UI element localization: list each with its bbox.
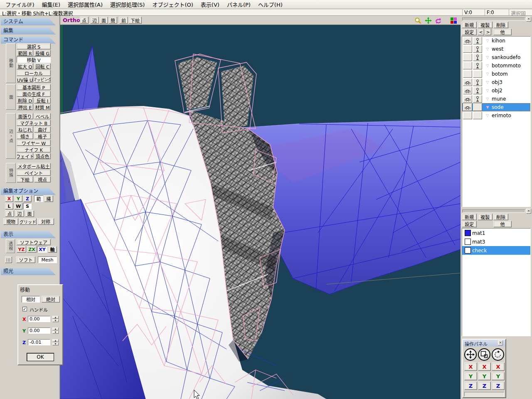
opt-rope-toggle[interactable]: 縄 xyxy=(44,195,53,202)
display-software-button[interactable]: ソフトウェア xyxy=(17,239,51,245)
x-value-field[interactable]: 0.00 xyxy=(28,316,50,322)
show-points-button[interactable]: 点 xyxy=(80,17,89,24)
opt-edge-toggle[interactable]: 辺 xyxy=(15,210,24,217)
cmd-primitive-button[interactable]: 基本図形 P xyxy=(17,84,51,90)
opt-y-toggle[interactable]: Y xyxy=(14,195,22,202)
absolute-button[interactable]: 絶対 xyxy=(42,296,60,303)
cmd-rotate-button[interactable]: 回転 C xyxy=(34,63,51,69)
opt-z-toggle[interactable]: Z xyxy=(23,195,32,202)
object-row[interactable]: ▽west xyxy=(462,45,530,53)
simple-display-button[interactable]: 簡 xyxy=(108,17,117,24)
menu-help[interactable]: ヘルプ(H) xyxy=(254,0,286,9)
visibility-eye-icon[interactable] xyxy=(463,62,472,69)
op-move-y-button[interactable]: Y xyxy=(464,372,477,380)
cmd-metaball-button[interactable]: メタボール粘土 xyxy=(17,163,51,169)
object-name[interactable]: mune xyxy=(492,96,506,102)
menu-file[interactable]: ファイル(F) xyxy=(2,0,38,9)
header-command[interactable]: コマンド xyxy=(1,37,56,44)
object-row[interactable]: ▽mune xyxy=(462,95,530,103)
material-row[interactable]: mat3 xyxy=(462,237,530,246)
lock-pin-icon[interactable] xyxy=(473,62,482,69)
cmd-twist-button[interactable]: ねじれ xyxy=(17,126,33,133)
material-swatch[interactable] xyxy=(465,230,471,236)
display-mesh-button[interactable]: Mesh xyxy=(38,256,57,263)
object-name[interactable]: obj3 xyxy=(492,79,502,85)
opt-x-toggle[interactable]: X xyxy=(5,195,13,202)
object-row-selected[interactable]: ▼sode xyxy=(462,103,530,111)
rotate-view-icon[interactable] xyxy=(435,17,442,24)
x-spin-down[interactable]: ▼ xyxy=(52,319,59,322)
cmd-viewpoint-button[interactable]: 視点 xyxy=(34,176,51,182)
lock-pin-icon[interactable] xyxy=(473,103,482,111)
expand-triangle-icon[interactable]: ▽ xyxy=(485,47,490,51)
object-panel-close-icon[interactable]: × xyxy=(526,17,531,22)
material-new-button[interactable]: 新規 xyxy=(462,214,477,220)
visibility-eye-icon[interactable] xyxy=(463,45,472,53)
cmd-material-button[interactable]: 材質 M xyxy=(34,104,51,110)
visibility-eye-icon[interactable] xyxy=(463,103,472,111)
material-swatch[interactable] xyxy=(465,239,471,245)
object-duplicate-button[interactable]: 複製 xyxy=(478,22,493,28)
expand-triangle-icon[interactable]: ▽ xyxy=(485,97,490,101)
z-spin-up[interactable]: ▲ xyxy=(52,339,59,342)
op-scale-y-button[interactable]: Y xyxy=(478,372,491,380)
opt-face-toggle[interactable]: 面 xyxy=(25,210,34,217)
z-spin-down[interactable]: ▼ xyxy=(52,342,59,345)
cmd-bevel-button[interactable]: ベベル xyxy=(34,113,51,119)
material-delete-button[interactable]: 削除 xyxy=(493,214,508,220)
expand-triangle-icon[interactable]: ▽ xyxy=(485,72,490,76)
object-settings-button[interactable]: 設定 xyxy=(462,29,477,35)
object-new-button[interactable]: 新規 xyxy=(462,22,477,28)
zoom-icon[interactable] xyxy=(414,17,421,24)
object-name[interactable]: botommoto xyxy=(492,63,521,69)
visibility-eye-icon[interactable] xyxy=(463,37,472,44)
expand-triangle-icon[interactable]: ▽ xyxy=(485,55,490,59)
z-value-field[interactable]: -0.01 xyxy=(28,339,50,345)
object-row[interactable]: ▽botommoto xyxy=(462,62,530,70)
lock-pin-icon[interactable] xyxy=(473,79,482,86)
object-row[interactable]: ▽obj2 xyxy=(462,86,530,95)
object-delete-button[interactable]: 削除 xyxy=(493,22,508,28)
underlay-view-button[interactable]: 下絵 xyxy=(128,17,142,24)
object-row[interactable]: ▽kihon xyxy=(462,37,530,45)
header-system[interactable]: システム xyxy=(1,18,56,25)
op-move-z-button[interactable]: Z xyxy=(464,382,477,390)
cmd-scale-button[interactable]: 拡大 Q xyxy=(17,63,33,69)
header-lighting[interactable]: 照光 xyxy=(1,268,56,275)
pan-icon[interactable] xyxy=(425,17,432,24)
lock-pin-icon[interactable] xyxy=(473,70,482,78)
scale-tool-button[interactable] xyxy=(478,348,490,361)
lock-pin-icon[interactable] xyxy=(473,54,482,61)
visibility-eye-icon[interactable] xyxy=(463,95,472,103)
view-axis-button[interactable]: 軸 xyxy=(48,246,57,253)
object-name[interactable]: erimoto xyxy=(492,113,511,118)
cmd-move-button[interactable]: 移動 V xyxy=(17,57,51,63)
visibility-eye-icon[interactable] xyxy=(463,79,472,86)
menu-view[interactable]: 表示(V) xyxy=(197,0,223,9)
cmd-magnet-button[interactable]: マグネット B xyxy=(17,120,51,126)
visibility-eye-icon[interactable] xyxy=(463,87,472,94)
y-spin-up[interactable]: ▲ xyxy=(52,328,59,330)
opt-s-toggle[interactable]: S xyxy=(23,203,32,209)
object-name[interactable]: obj2 xyxy=(492,88,502,94)
cmd-lattice-button[interactable]: 格子 xyxy=(34,133,51,139)
opt-w-toggle[interactable]: W xyxy=(14,203,22,209)
expand-triangle-icon[interactable]: ▽ xyxy=(485,89,490,93)
cmd-lasso-button[interactable]: 投縄 G xyxy=(34,50,51,56)
opt-grid-toggle[interactable]: グリッド xyxy=(19,218,37,225)
cmd-underlay-button[interactable]: 下絵 xyxy=(17,176,33,182)
material-panel-close-icon[interactable]: × xyxy=(526,209,531,214)
object-row[interactable]: ▽erimoto xyxy=(462,111,530,120)
opt-real-toggle[interactable]: 現物 xyxy=(3,218,18,225)
material-row-selected[interactable]: check xyxy=(462,246,530,255)
op-rotate-y-button[interactable]: Y xyxy=(492,372,505,380)
show-edges-button[interactable]: 辺 xyxy=(90,17,99,24)
expand-triangle-icon[interactable]: ▽ xyxy=(485,39,490,43)
object-name[interactable]: kihon xyxy=(492,38,505,44)
ok-button[interactable]: OK xyxy=(27,353,54,361)
cmd-range-button[interactable]: 範囲 R xyxy=(17,50,33,56)
show-faces-button[interactable]: 面 xyxy=(99,17,108,24)
material-other-button[interactable]: 他 xyxy=(493,221,512,227)
cmd-create-face-button[interactable]: 面の生成 F xyxy=(17,91,51,97)
expand-triangle-icon[interactable]: ▽ xyxy=(485,80,490,84)
